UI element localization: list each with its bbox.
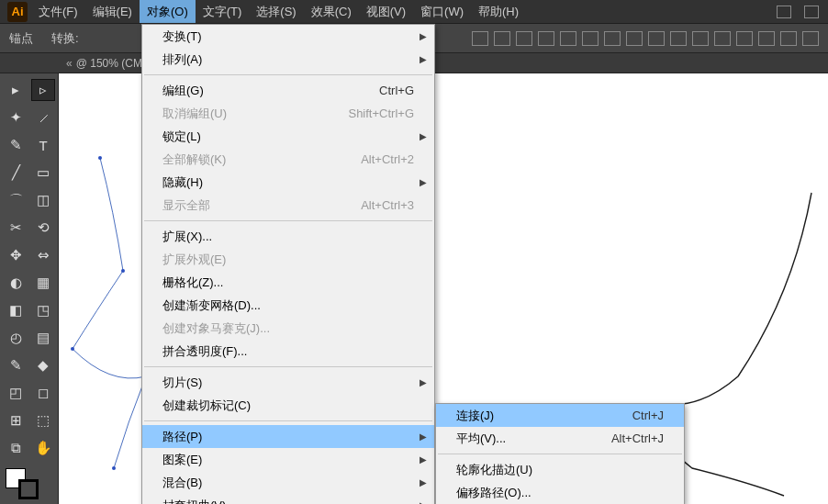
- tool-8[interactable]: ⌒: [4, 189, 28, 211]
- tool-19[interactable]: ▤: [31, 327, 55, 349]
- tool-0[interactable]: ▸: [4, 79, 28, 101]
- tool-9[interactable]: ◫: [31, 189, 55, 211]
- tool-3[interactable]: ⟋: [31, 106, 55, 129]
- menu-item-shortcut: Ctrl+G: [352, 84, 414, 97]
- menu-5[interactable]: 效果(C): [304, 0, 359, 23]
- menu-item-label: 图案(E): [162, 452, 202, 468]
- ctrl-icon[interactable]: [736, 31, 753, 46]
- menu-object-item-8: 显示全部Alt+Ctrl+3: [142, 194, 434, 217]
- menu-object-item-13[interactable]: 创建渐变网格(D)...: [142, 294, 434, 317]
- menu-6[interactable]: 视图(V): [359, 0, 413, 23]
- menu-object-item-7[interactable]: 隐藏(H)▶: [142, 171, 434, 194]
- color-swatches[interactable]: [4, 468, 55, 499]
- menu-item-label: 锁定(L): [162, 129, 201, 145]
- control-bar-icons: [472, 31, 819, 46]
- ctrl-icon[interactable]: [516, 31, 532, 46]
- tool-15[interactable]: ▦: [31, 272, 55, 294]
- tool-5[interactable]: T: [31, 134, 55, 156]
- ctrl-icon[interactable]: [670, 31, 687, 46]
- menu-object-item-23[interactable]: 封套扭曲(V)▶: [142, 494, 434, 504]
- ctrl-icon[interactable]: [494, 31, 510, 46]
- menu-3[interactable]: 文字(T): [196, 0, 250, 23]
- app-logo-icon: Ai: [7, 2, 28, 22]
- menu-item-label: 平均(V)...: [456, 431, 506, 447]
- convert-label: 转换:: [51, 30, 79, 47]
- menu-4[interactable]: 选择(S): [249, 0, 303, 23]
- tool-21[interactable]: ◆: [31, 354, 55, 376]
- menu-object-item-22[interactable]: 混合(B)▶: [142, 471, 434, 494]
- tool-20[interactable]: ✎: [4, 354, 28, 376]
- tool-25[interactable]: ⬚: [31, 409, 55, 431]
- tool-26[interactable]: ⧉: [4, 437, 28, 459]
- menu-path-item-3[interactable]: 轮廓化描边(U): [436, 458, 684, 481]
- tool-2[interactable]: ✦: [4, 106, 28, 129]
- menu-object-item-10[interactable]: 扩展(X)...: [142, 225, 434, 248]
- menu-object-item-17[interactable]: 切片(S)▶: [142, 371, 434, 394]
- menu-item-label: 拼合透明度(F)...: [162, 343, 247, 360]
- tool-6[interactable]: ╱: [4, 162, 28, 184]
- menu-object-item-1[interactable]: 排列(A)▶: [142, 48, 434, 71]
- menu-item-label: 偏移路径(O)...: [456, 485, 531, 501]
- svg-point-2: [71, 347, 74, 351]
- tool-11[interactable]: ⟲: [31, 217, 55, 239]
- ctrl-icon[interactable]: [780, 31, 797, 46]
- menu-path-sep: [438, 454, 682, 454]
- menu-2[interactable]: 对象(O): [140, 0, 196, 23]
- tool-4[interactable]: ✎: [4, 134, 28, 156]
- menu-object-item-11: 扩展外观(E): [142, 248, 434, 271]
- menu-1[interactable]: 编辑(E): [85, 0, 140, 23]
- submenu-arrow-icon: ▶: [420, 477, 427, 487]
- menu-object-item-12[interactable]: 栅格化(Z)...: [142, 271, 434, 294]
- tool-1[interactable]: ▹: [31, 79, 55, 101]
- menu-object-item-20[interactable]: 路径(P)▶: [142, 425, 434, 448]
- stroke-swatch[interactable]: [18, 479, 39, 499]
- tool-7[interactable]: ▭: [31, 162, 55, 184]
- tool-18[interactable]: ◴: [4, 327, 28, 349]
- menu-object-item-5[interactable]: 锁定(L)▶: [142, 125, 434, 148]
- menu-path-item-4[interactable]: 偏移路径(O)...: [436, 481, 684, 504]
- ctrl-icon[interactable]: [626, 31, 643, 46]
- menu-7[interactable]: 窗口(W): [413, 0, 471, 23]
- ctrl-icon[interactable]: [714, 31, 731, 46]
- menu-object-item-21[interactable]: 图案(E)▶: [142, 448, 434, 471]
- menu-8[interactable]: 帮助(H): [471, 0, 526, 23]
- ctrl-icon[interactable]: [472, 31, 488, 46]
- toolbox: ▸▹✦⟋✎T╱▭⌒◫✂⟲✥⇔◐▦◧◳◴▤✎◆◰◻⊞⬚⧉✋: [0, 73, 59, 504]
- tool-13[interactable]: ⇔: [31, 244, 55, 266]
- tab-chevron-icon[interactable]: «: [66, 57, 73, 70]
- menu-object-item-3[interactable]: 编组(G)Ctrl+G: [142, 79, 434, 102]
- workspace-icon[interactable]: [777, 6, 791, 18]
- menu-item-shortcut: Alt+Ctrl+J: [584, 431, 664, 445]
- menu-object-item-0[interactable]: 变换(T)▶: [142, 25, 434, 48]
- menu-0[interactable]: 文件(F): [31, 0, 85, 23]
- tool-22[interactable]: ◰: [4, 382, 28, 404]
- menu-item-shortcut: Ctrl+J: [605, 409, 664, 422]
- ctrl-icon[interactable]: [802, 31, 819, 46]
- ctrl-icon[interactable]: [758, 31, 775, 46]
- document-tab-label[interactable]: @ 150% (CMY: [76, 57, 150, 70]
- menu-object-sep: [144, 366, 432, 367]
- submenu-arrow-icon: ▶: [420, 31, 427, 41]
- tool-24[interactable]: ⊞: [4, 409, 28, 431]
- menu-object-item-18[interactable]: 创建裁切标记(C): [142, 394, 434, 417]
- menu-item-label: 扩展外观(E): [162, 252, 226, 268]
- tool-14[interactable]: ◐: [4, 272, 28, 294]
- ctrl-icon[interactable]: [538, 31, 554, 46]
- menu-item-label: 路径(P): [162, 429, 202, 445]
- tool-17[interactable]: ◳: [31, 299, 55, 321]
- tool-27[interactable]: ✋: [31, 437, 55, 459]
- ctrl-icon[interactable]: [582, 31, 599, 46]
- ctrl-icon[interactable]: [648, 31, 665, 46]
- menu-item-shortcut: Alt+Ctrl+3: [333, 198, 414, 212]
- tool-23[interactable]: ◻: [31, 382, 55, 404]
- menu-path-item-1[interactable]: 平均(V)...Alt+Ctrl+J: [436, 427, 684, 450]
- ctrl-icon[interactable]: [604, 31, 621, 46]
- tool-16[interactable]: ◧: [4, 299, 28, 321]
- tool-10[interactable]: ✂: [4, 217, 28, 239]
- ctrl-icon[interactable]: [692, 31, 709, 46]
- layout-icon[interactable]: [804, 6, 819, 18]
- menu-object-item-15[interactable]: 拼合透明度(F)...: [142, 340, 434, 363]
- ctrl-icon[interactable]: [560, 31, 576, 46]
- tool-12[interactable]: ✥: [4, 244, 28, 266]
- menu-path-item-0[interactable]: 连接(J)Ctrl+J: [436, 404, 684, 427]
